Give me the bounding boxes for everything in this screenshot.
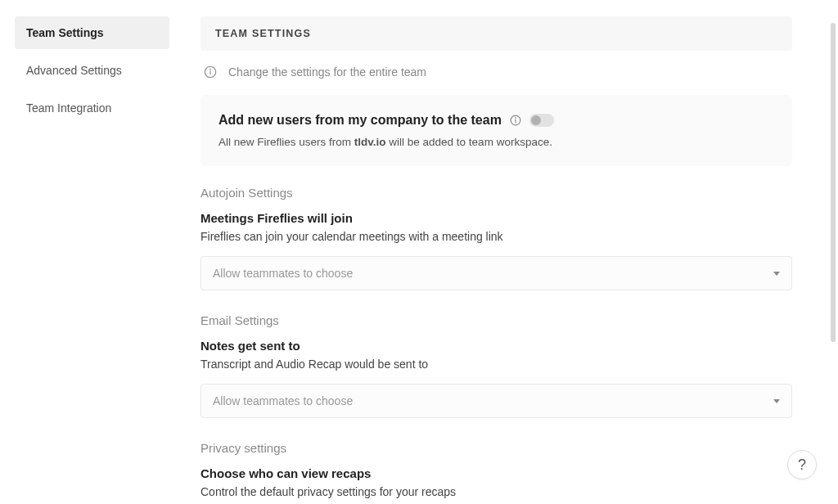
add-users-card: Add new users from my company to the tea… [200,95,792,166]
email-desc: Transcript and Audio Recap would be sent… [200,358,792,371]
autojoin-title: Meetings Fireflies will join [200,211,792,225]
email-title: Notes get sent to [200,339,792,353]
add-users-toggle[interactable] [529,114,554,127]
add-users-desc: All new Fireflies users from tldv.io wil… [219,136,774,148]
info-row: Change the settings for the entire team [200,51,792,95]
toggle-knob [531,115,541,125]
chevron-down-icon [773,272,780,276]
add-users-title: Add new users from my company to the tea… [219,113,502,128]
sidebar-item-advanced-settings[interactable]: Advanced Settings [15,54,169,87]
select-value: Allow teammates to choose [213,394,353,407]
autojoin-section-label: Autojoin Settings [200,186,792,200]
sidebar-item-label: Advanced Settings [26,64,122,77]
sidebar-item-team-settings[interactable]: Team Settings [15,16,169,49]
autojoin-desc: Fireflies can join your calendar meeting… [200,230,792,243]
sidebar: Team Settings Advanced Settings Team Int… [0,0,184,504]
sidebar-item-label: Team Integration [26,101,111,115]
autojoin-section: Autojoin Settings Meetings Fireflies wil… [200,186,792,290]
svg-point-5 [516,118,516,119]
scroll-thumb[interactable] [831,23,836,342]
chevron-down-icon [773,399,780,403]
main-content: TEAM SETTINGS Change the settings for th… [184,0,838,504]
autojoin-select[interactable]: Allow teammates to choose [200,256,792,290]
page-header: TEAM SETTINGS [200,16,792,51]
sidebar-item-team-integration[interactable]: Team Integration [15,92,169,124]
email-select[interactable]: Allow teammates to choose [200,384,792,418]
privacy-section: Privacy settings Choose who can view rec… [200,441,792,504]
sidebar-item-label: Team Settings [26,26,104,39]
page-title: TEAM SETTINGS [215,28,311,39]
svg-point-2 [210,69,211,70]
email-section-label: Email Settings [200,313,792,327]
help-icon: ? [798,457,806,472]
privacy-desc: Control the default privacy settings for… [200,485,792,498]
info-text: Change the settings for the entire team [228,65,426,79]
privacy-section-label: Privacy settings [200,441,792,455]
select-value: Allow teammates to choose [213,267,353,280]
email-section: Email Settings Notes get sent to Transcr… [200,313,792,418]
help-button[interactable]: ? [787,450,817,479]
info-icon [510,115,521,126]
info-icon [204,65,217,79]
privacy-title: Choose who can view recaps [200,466,792,480]
